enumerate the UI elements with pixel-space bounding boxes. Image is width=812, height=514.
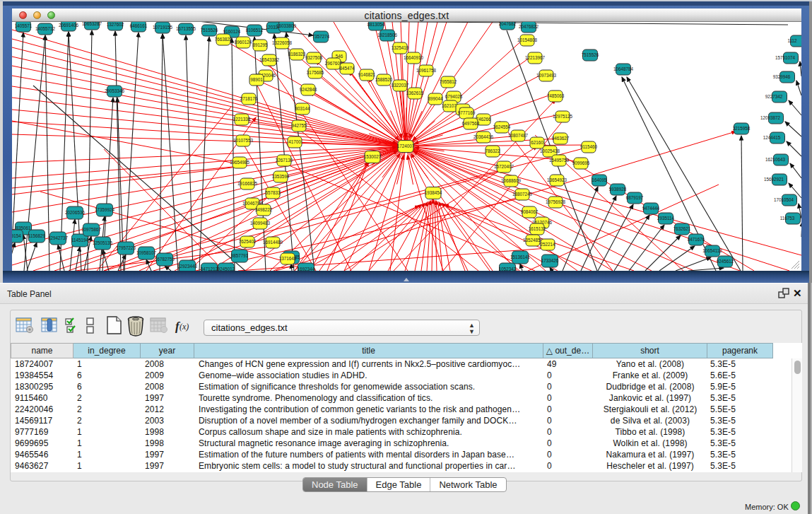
- svg-text:7955812: 7955812: [440, 79, 457, 84]
- svg-text:6879197: 6879197: [626, 195, 644, 200]
- svg-text:16782759: 16782759: [155, 257, 175, 262]
- svg-text:6497568: 6497568: [462, 121, 480, 126]
- svg-text:12975125: 12975125: [553, 114, 573, 119]
- svg-text:15495759: 15495759: [549, 158, 570, 163]
- svg-text:13654923: 13654923: [547, 177, 567, 182]
- svg-text:1615132: 1615132: [529, 226, 546, 231]
- svg-text:803144: 803144: [295, 106, 310, 111]
- svg-text:10975867: 10975867: [81, 227, 102, 232]
- svg-text:19756928: 19756928: [546, 199, 566, 204]
- svg-text:9857791: 9857791: [231, 253, 249, 258]
- svg-text:(x): (x): [180, 322, 189, 332]
- svg-text:8471212: 8471212: [201, 267, 218, 271]
- svg-text:1327602: 1327602: [107, 22, 124, 27]
- svg-text:9227342: 9227342: [765, 94, 783, 99]
- svg-text:20476822: 20476822: [519, 24, 539, 29]
- svg-text:10961758: 10961758: [416, 68, 437, 73]
- svg-text:116753: 116753: [780, 216, 795, 221]
- svg-text:62160: 62160: [531, 140, 543, 145]
- svg-text:15136141: 15136141: [510, 255, 531, 259]
- svg-text:16210643: 16210643: [765, 157, 786, 162]
- svg-text:8186323: 8186323: [288, 52, 306, 57]
- svg-text:9245612: 9245612: [717, 259, 734, 264]
- svg-text:15720407: 15720407: [494, 164, 514, 169]
- svg-text:9777169: 9777169: [458, 110, 476, 115]
- svg-text:7625402: 7625402: [239, 239, 257, 244]
- svg-text:3175685: 3175685: [307, 70, 324, 75]
- svg-text:1244415: 1244415: [763, 135, 781, 140]
- svg-text:1371648: 1371648: [279, 256, 297, 261]
- svg-text:12923448: 12923448: [177, 264, 198, 269]
- svg-text:942755: 942755: [291, 123, 307, 128]
- svg-text:1353594: 1353594: [272, 174, 290, 179]
- svg-text:7632621: 7632621: [673, 226, 691, 231]
- svg-text:8813054: 8813054: [367, 22, 385, 27]
- svg-text:9084067: 9084067: [521, 209, 539, 214]
- svg-text:1156829: 1156829: [28, 233, 46, 238]
- svg-text:9474444: 9474444: [642, 206, 660, 211]
- svg-text:164095: 164095: [592, 177, 607, 182]
- svg-text:7485063: 7485063: [547, 93, 565, 98]
- svg-text:17359924: 17359924: [95, 207, 115, 212]
- svg-text:6466161: 6466161: [130, 23, 148, 28]
- svg-text:557833: 557833: [265, 190, 281, 195]
- svg-text:6794028: 6794028: [445, 94, 463, 99]
- svg-text:20206536: 20206536: [65, 210, 86, 215]
- svg-text:10025438: 10025438: [540, 148, 560, 153]
- svg-text:1052342: 1052342: [499, 267, 517, 271]
- svg-text:12942737: 12942737: [48, 235, 69, 240]
- svg-text:16713555: 16713555: [176, 26, 196, 31]
- svg-text:1530027: 1530027: [364, 154, 382, 159]
- svg-text:98901: 98901: [250, 77, 263, 82]
- svg-text:17957223: 17957223: [116, 245, 136, 250]
- svg-text:9160124: 9160124: [223, 29, 241, 34]
- svg-text:10973493: 10973493: [536, 73, 557, 78]
- svg-text:3498222: 3498222: [255, 207, 273, 212]
- svg-text:5938928: 5938928: [609, 187, 627, 192]
- svg-text:13226058: 13226058: [272, 40, 293, 45]
- svg-text:9463627: 9463627: [552, 136, 570, 141]
- svg-text:10648784: 10648784: [613, 66, 634, 71]
- svg-text:899044: 899044: [428, 96, 443, 101]
- svg-text:9327508: 9327508: [305, 55, 323, 60]
- svg-text:17010504: 17010504: [774, 197, 794, 202]
- svg-text:7357274: 7357274: [312, 34, 330, 39]
- svg-text:14099483: 14099483: [250, 221, 271, 226]
- svg-text:19166825: 19166825: [237, 181, 258, 186]
- svg-text:2718176: 2718176: [240, 96, 258, 101]
- svg-text:9146821: 9146821: [358, 72, 376, 77]
- svg-text:9115460: 9115460: [580, 144, 598, 149]
- svg-text:1145194: 1145194: [71, 238, 89, 243]
- svg-text:39154: 39154: [12, 233, 21, 238]
- svg-text:1724007: 1724007: [397, 144, 415, 148]
- svg-text:10719155: 10719155: [153, 25, 173, 30]
- svg-text:16543382: 16543382: [259, 57, 280, 62]
- svg-text:12505135: 12505135: [93, 240, 113, 245]
- svg-text:12093872: 12093872: [760, 115, 781, 120]
- svg-text:891295: 891295: [252, 42, 268, 47]
- svg-text:3267130: 3267130: [276, 158, 293, 163]
- svg-text:9245012: 9245012: [218, 267, 235, 271]
- svg-text:19654985: 19654985: [230, 160, 250, 165]
- svg-text:16914489: 16914489: [263, 240, 283, 245]
- svg-text:10653287: 10653287: [82, 22, 102, 26]
- svg-text:10958107: 10958107: [136, 250, 157, 255]
- svg-text:41700: 41700: [288, 139, 301, 144]
- svg-text:10688609: 10688609: [501, 178, 522, 183]
- svg-text:1221338: 1221338: [233, 117, 251, 122]
- svg-text:1325419: 1325419: [392, 45, 409, 50]
- svg-text:9329946: 9329946: [773, 74, 791, 79]
- svg-text:8960124: 8960124: [235, 40, 252, 45]
- svg-text:15692921: 15692921: [764, 177, 784, 182]
- svg-text:10654112: 10654112: [702, 248, 722, 253]
- svg-text:12213967: 12213967: [525, 55, 546, 60]
- svg-text:7515526: 7515526: [582, 52, 599, 57]
- svg-text:3624554: 3624554: [493, 124, 511, 129]
- svg-text:2047682: 2047682: [499, 22, 517, 26]
- svg-text:1692344: 1692344: [298, 267, 315, 271]
- svg-text:20364436: 20364436: [473, 134, 494, 139]
- svg-text:1362615: 1362615: [406, 90, 424, 95]
- svg-text:16033809: 16033809: [276, 23, 297, 28]
- svg-text:252214: 252214: [540, 242, 555, 247]
- svg-text:16640910: 16640910: [404, 55, 424, 60]
